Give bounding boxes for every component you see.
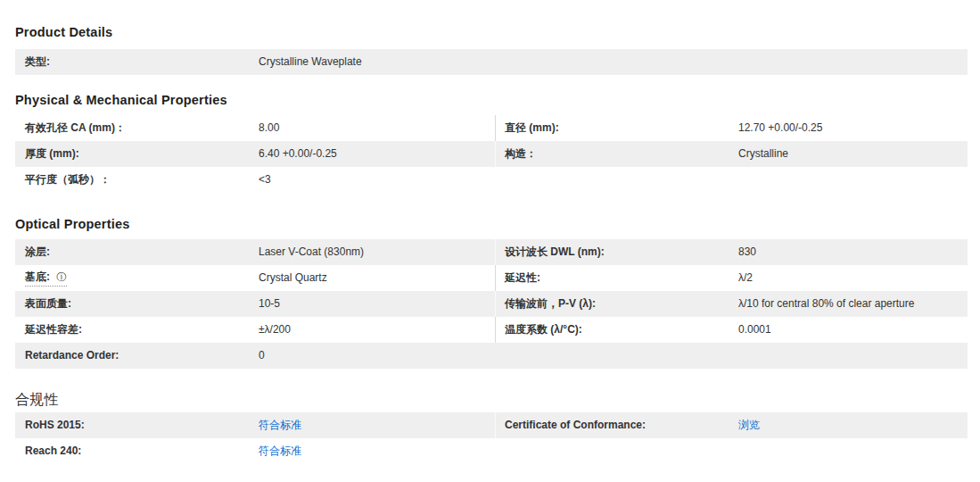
spec-value-coating: Laser V-Coat (830nm): [259, 245, 364, 259]
spec-cell-temperature-coefficient: 温度系数 (λ/°C): 0.0001: [495, 317, 968, 343]
spec-cell-clear-aperture: 有效孔径 CA (mm)： 8.00: [15, 115, 495, 141]
section-title-product-details: Product Details: [15, 25, 968, 39]
spec-cell-design-wavelength: 设计波长 DWL (nm): 830: [495, 239, 968, 265]
spec-row-reach: Reach 240: 符合标准: [15, 438, 968, 464]
spec-row-retardance-order: Retardance Order: 0: [15, 343, 968, 369]
spec-value-surface-quality: 10-5: [259, 297, 280, 311]
spec-label-construction: 构造：: [505, 147, 738, 161]
spec-label-retardance-tolerance: 延迟性容差:: [25, 323, 259, 337]
spec-label-temperature-coefficient: 温度系数 (λ/°C):: [505, 323, 738, 337]
section-title-compliance: 合规性: [15, 392, 968, 408]
spec-row-type: 类型: Crystalline Waveplate: [15, 49, 968, 75]
product-specs-page: Product Details 类型: Crystalline Waveplat…: [0, 0, 980, 464]
spec-label-thickness: 厚度 (mm):: [25, 147, 259, 161]
spec-cell-retardance-tolerance: 延迟性容差: ±λ/200: [15, 317, 495, 343]
product-details-table: 类型: Crystalline Waveplate: [15, 49, 968, 75]
spec-cell-empty: [495, 438, 968, 464]
spec-label-certificate-of-conformance: Certificate of Conformance:: [505, 419, 738, 432]
spec-label-reach: Reach 240:: [25, 445, 259, 458]
spec-row-parallelism: 平行度（弧秒）： <3: [15, 167, 968, 193]
spec-value-temperature-coefficient: 0.0001: [738, 323, 771, 337]
spec-cell-construction: 构造： Crystalline: [495, 141, 968, 167]
spec-row-coating-dwl: 涂层: Laser V-Coat (830nm) 设计波长 DWL (nm): …: [15, 239, 968, 265]
spec-label-substrate: 基底:: [25, 270, 50, 283]
info-icon: ⓘ: [56, 271, 67, 282]
spec-row-thickness-construction: 厚度 (mm): 6.40 +0.00/-0.25 构造： Crystallin…: [15, 141, 968, 167]
spec-value-thickness: 6.40 +0.00/-0.25: [259, 147, 337, 161]
spec-value-type: Crystalline Waveplate: [259, 55, 362, 69]
spec-cell-empty: [495, 343, 968, 369]
spec-value-substrate: Crystal Quartz: [259, 271, 327, 285]
spec-label-transmitted-wavefront: 传输波前，P-V (λ):: [505, 297, 738, 311]
section-product-details: Product Details 类型: Crystalline Waveplat…: [15, 25, 968, 75]
spec-cell-diameter: 直径 (mm): 12.70 +0.00/-0.25: [495, 115, 968, 141]
spec-value-transmitted-wavefront: λ/10 for central 80% of clear aperture: [738, 297, 914, 311]
spec-cell-retardance-order: Retardance Order: 0: [15, 343, 495, 369]
spec-cell-parallelism: 平行度（弧秒）： <3: [15, 167, 495, 193]
spec-label-coating: 涂层:: [25, 245, 259, 259]
spec-cell-empty: [495, 49, 968, 75]
spec-label-retardance: 延迟性:: [505, 271, 738, 285]
spec-row-surface-quality-wavefront: 表面质量: 10-5 传输波前，P-V (λ): λ/10 for centra…: [15, 291, 968, 317]
spec-label-retardance-order: Retardance Order:: [25, 349, 259, 362]
spec-label-type: 类型:: [25, 55, 259, 69]
spec-label-clear-aperture: 有效孔径 CA (mm)：: [25, 121, 259, 135]
section-physical-mechanical: Physical & Mechanical Properties 有效孔径 CA…: [15, 93, 968, 193]
spec-value-retardance: λ/2: [738, 271, 753, 285]
spec-cell-reach: Reach 240: 符合标准: [15, 438, 495, 464]
spec-cell-retardance: 延迟性: λ/2: [495, 265, 968, 291]
substrate-tooltip-trigger[interactable]: 基底: ⓘ: [25, 270, 67, 287]
section-optical: Optical Properties 涂层: Laser V-Coat (830…: [15, 217, 968, 369]
spec-label-design-wavelength: 设计波长 DWL (nm):: [505, 245, 738, 259]
spec-label-surface-quality: 表面质量:: [25, 297, 259, 311]
spec-value-parallelism: <3: [259, 173, 271, 187]
spec-value-retardance-order: 0: [259, 349, 265, 362]
spec-value-construction: Crystalline: [738, 147, 788, 161]
spec-row-rohs-certificate: RoHS 2015: 符合标准 Certificate of Conforman…: [15, 412, 968, 438]
reach-compliant-link[interactable]: 符合标准: [259, 445, 301, 458]
spec-value-retardance-tolerance: ±λ/200: [259, 323, 291, 337]
spec-row-retardance-tolerance-temp: 延迟性容差: ±λ/200 温度系数 (λ/°C): 0.0001: [15, 317, 968, 343]
spec-label-diameter: 直径 (mm):: [505, 121, 738, 135]
spec-row-substrate-retardance: 基底: ⓘ Crystal Quartz 延迟性: λ/2: [15, 265, 968, 291]
spec-cell-coating: 涂层: Laser V-Coat (830nm): [15, 239, 495, 265]
spec-cell-type: 类型: Crystalline Waveplate: [15, 49, 495, 75]
spec-cell-surface-quality: 表面质量: 10-5: [15, 291, 495, 317]
spec-cell-thickness: 厚度 (mm): 6.40 +0.00/-0.25: [15, 141, 495, 167]
section-title-optical: Optical Properties: [15, 217, 968, 231]
optical-table: 涂层: Laser V-Coat (830nm) 设计波长 DWL (nm): …: [15, 239, 968, 369]
spec-cell-empty: [495, 167, 968, 193]
certificate-view-link[interactable]: 浏览: [738, 419, 760, 432]
spec-value-diameter: 12.70 +0.00/-0.25: [738, 121, 822, 135]
spec-value-design-wavelength: 830: [738, 245, 756, 259]
physical-mechanical-table: 有效孔径 CA (mm)： 8.00 直径 (mm): 12.70 +0.00/…: [15, 115, 968, 193]
spec-label-parallelism: 平行度（弧秒）：: [25, 173, 259, 187]
spec-cell-rohs: RoHS 2015: 符合标准: [15, 412, 495, 438]
spec-cell-transmitted-wavefront: 传输波前，P-V (λ): λ/10 for central 80% of cl…: [495, 291, 968, 317]
spec-label-substrate-wrap: 基底: ⓘ: [25, 270, 259, 287]
spec-label-rohs: RoHS 2015:: [25, 419, 259, 432]
spec-row-clear-aperture-diameter: 有效孔径 CA (mm)： 8.00 直径 (mm): 12.70 +0.00/…: [15, 115, 968, 141]
section-compliance: 合规性 RoHS 2015: 符合标准 Certificate of Confo…: [15, 392, 968, 464]
spec-value-clear-aperture: 8.00: [259, 121, 279, 135]
compliance-table: RoHS 2015: 符合标准 Certificate of Conforman…: [15, 412, 968, 464]
spec-cell-certificate-of-conformance: Certificate of Conformance: 浏览: [495, 412, 968, 438]
rohs-compliant-link[interactable]: 符合标准: [259, 419, 301, 432]
section-title-physical-mechanical: Physical & Mechanical Properties: [15, 93, 968, 107]
spec-cell-substrate: 基底: ⓘ Crystal Quartz: [15, 265, 495, 291]
